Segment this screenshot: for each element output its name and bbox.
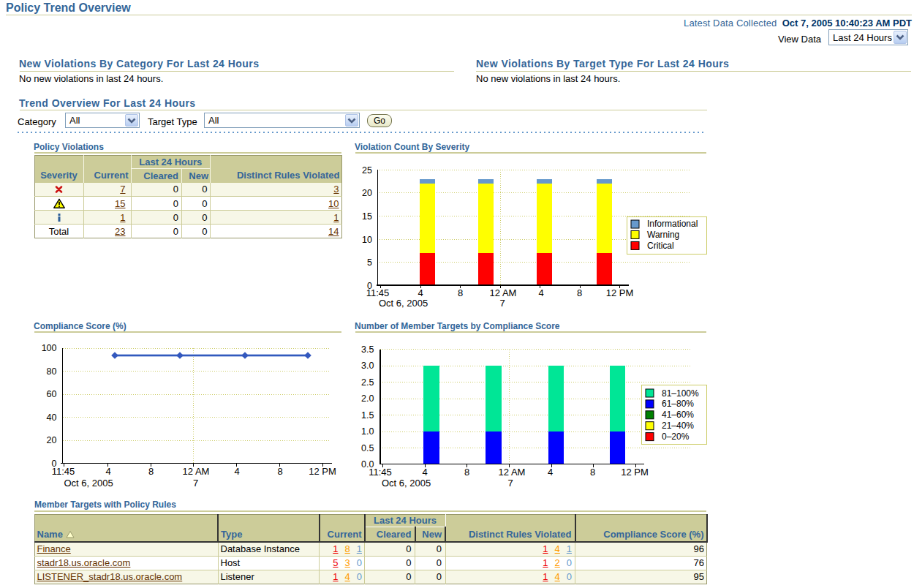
svg-text:100: 100 (42, 343, 57, 353)
svg-text:11:45: 11:45 (369, 467, 392, 478)
svg-text:21–40%: 21–40% (662, 421, 694, 431)
svg-text:61–80%: 61–80% (662, 399, 694, 409)
svg-text:Oct 6, 2005: Oct 6, 2005 (379, 298, 428, 309)
svg-text:10: 10 (362, 235, 372, 245)
svg-text:3.5: 3.5 (361, 344, 374, 355)
svg-text:8: 8 (458, 287, 463, 298)
svg-text:1.5: 1.5 (361, 410, 374, 421)
svg-text:20: 20 (47, 435, 57, 445)
svg-text:12 AM: 12 AM (183, 466, 210, 477)
svg-text:4: 4 (538, 287, 543, 298)
svg-text:Warning: Warning (647, 230, 679, 240)
svg-text:0.5: 0.5 (361, 443, 374, 453)
svg-text:4: 4 (105, 466, 110, 477)
svg-text:40: 40 (47, 412, 57, 423)
svg-text:8: 8 (464, 467, 469, 478)
svg-text:12 PM: 12 PM (309, 466, 336, 477)
svg-text:12 PM: 12 PM (606, 287, 634, 298)
svg-text:4: 4 (422, 467, 427, 478)
svg-text:1.0: 1.0 (361, 426, 374, 437)
svg-text:8: 8 (277, 466, 282, 477)
svg-text:12 AM: 12 AM (490, 287, 517, 298)
svg-text:8: 8 (148, 466, 154, 477)
svg-text:3.0: 3.0 (361, 361, 374, 371)
svg-text:81–100%: 81–100% (662, 388, 699, 399)
svg-text:5: 5 (367, 257, 372, 268)
svg-text:2.5: 2.5 (361, 377, 374, 388)
svg-text:7: 7 (507, 478, 513, 489)
svg-text:0–20%: 0–20% (662, 431, 690, 442)
svg-text:7: 7 (193, 478, 198, 489)
svg-text:7: 7 (499, 298, 505, 309)
svg-text:Oct 6, 2005: Oct 6, 2005 (64, 478, 113, 489)
svg-text:4: 4 (418, 287, 423, 298)
svg-text:60: 60 (47, 389, 57, 399)
svg-text:20: 20 (362, 188, 372, 198)
svg-text:Critical: Critical (647, 241, 674, 251)
svg-text:Oct 6, 2005: Oct 6, 2005 (382, 478, 431, 489)
svg-text:8: 8 (577, 287, 582, 298)
svg-text:11:45: 11:45 (52, 466, 75, 477)
svg-text:Informational: Informational (647, 219, 698, 229)
svg-text:4: 4 (234, 466, 239, 477)
svg-text:41–60%: 41–60% (662, 410, 694, 420)
svg-text:80: 80 (47, 366, 57, 377)
svg-text:11:45: 11:45 (366, 287, 390, 298)
svg-text:15: 15 (362, 211, 372, 222)
svg-text:2.0: 2.0 (361, 393, 374, 404)
svg-text:4: 4 (548, 467, 553, 478)
svg-text:8: 8 (590, 467, 595, 478)
svg-text:25: 25 (362, 165, 372, 176)
svg-text:12 PM: 12 PM (621, 467, 649, 478)
svg-text:12 AM: 12 AM (499, 467, 526, 478)
